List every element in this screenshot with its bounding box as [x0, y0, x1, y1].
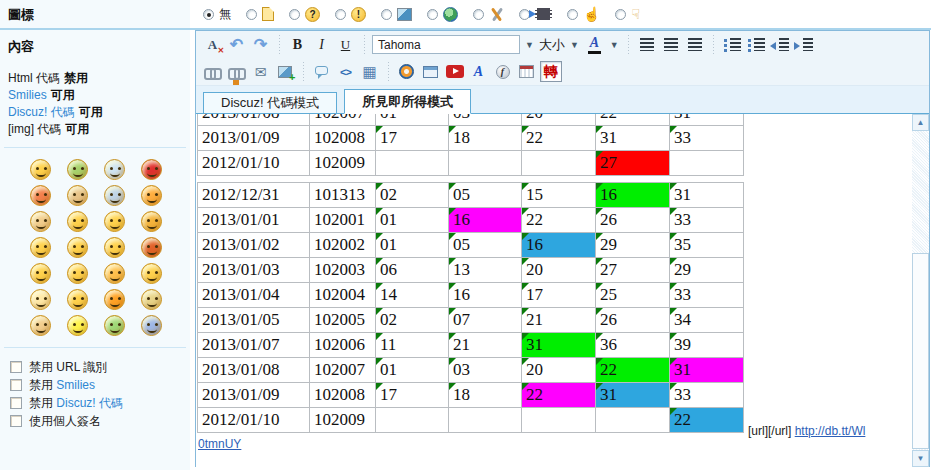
smiley-thumbup-hand[interactable]: [30, 315, 51, 336]
id-cell[interactable]: 102008: [310, 383, 376, 408]
date-cell[interactable]: 2013/01/09: [198, 383, 310, 408]
icon-option-question[interactable]: ?: [289, 7, 320, 22]
number-cell[interactable]: 16: [522, 233, 596, 258]
number-cell[interactable]: 16: [449, 208, 522, 233]
tab-wysiwyg-mode[interactable]: 所見即所得模式: [344, 89, 471, 114]
smiley-dizzy[interactable]: [141, 289, 162, 310]
wysiwyg-content-area[interactable]: 2013/01/08 102007 01 03 20 22: [196, 114, 929, 467]
italic-button[interactable]: I: [311, 34, 332, 55]
id-cell[interactable]: 102003: [310, 258, 376, 283]
number-cell[interactable]: 03: [449, 114, 522, 126]
smiley-blush[interactable]: [141, 185, 162, 206]
number-cell[interactable]: 31: [670, 358, 744, 383]
insert-image-button[interactable]: [274, 61, 295, 82]
date-cell[interactable]: 2013/01/08: [198, 358, 310, 383]
checkbox[interactable]: [10, 361, 22, 373]
date-cell[interactable]: 2012/01/10: [198, 408, 310, 433]
number-cell[interactable]: 17: [376, 126, 449, 151]
number-cell[interactable]: 21: [449, 333, 522, 358]
icon-option-none[interactable]: 無: [203, 6, 231, 23]
number-cell[interactable]: 26: [596, 308, 670, 333]
number-cell[interactable]: 22: [596, 114, 670, 126]
number-cell[interactable]: 22: [522, 126, 596, 151]
convert-button[interactable]: 轉: [540, 61, 562, 82]
id-cell[interactable]: 102008: [310, 126, 376, 151]
number-cell[interactable]: 05: [449, 233, 522, 258]
date-cell[interactable]: 2013/01/08: [198, 114, 310, 126]
id-cell[interactable]: 102009: [310, 151, 376, 176]
post-option-row[interactable]: 禁用 URL 識別: [10, 358, 190, 376]
vertical-scrollbar[interactable]: ▲ ▼: [912, 114, 929, 467]
number-cell[interactable]: 39: [670, 333, 744, 358]
scrollbar-thumb[interactable]: [912, 253, 929, 449]
insert-table-button[interactable]: ▦: [359, 61, 380, 82]
radio-button[interactable]: [567, 9, 578, 20]
radio-button[interactable]: [246, 9, 257, 20]
scroll-down-button[interactable]: ▼: [912, 450, 929, 467]
number-cell[interactable]: 18: [449, 126, 522, 151]
redo-button[interactable]: ↷: [250, 34, 271, 55]
radio-button[interactable]: [381, 9, 392, 20]
date-cell[interactable]: 2013/01/04: [198, 283, 310, 308]
number-cell[interactable]: 15: [522, 183, 596, 208]
outdent-button[interactable]: [770, 34, 791, 55]
icon-option-page[interactable]: [246, 7, 274, 21]
number-cell[interactable]: 25: [596, 283, 670, 308]
number-cell[interactable]: [596, 408, 670, 433]
insert-flash-button[interactable]: f: [492, 61, 513, 82]
radio-button[interactable]: [289, 9, 300, 20]
smiley-huh[interactable]: [30, 289, 51, 310]
date-cell[interactable]: 2013/01/02: [198, 233, 310, 258]
number-cell[interactable]: 36: [596, 333, 670, 358]
color-dropdown-arrow[interactable]: ▼: [610, 40, 619, 50]
id-cell[interactable]: 102004: [310, 283, 376, 308]
radio-button[interactable]: [335, 9, 346, 20]
date-cell[interactable]: 2013/01/05: [198, 308, 310, 333]
id-cell[interactable]: 102002: [310, 233, 376, 258]
number-cell[interactable]: 01: [376, 233, 449, 258]
smiley-call-person[interactable]: [67, 159, 88, 180]
number-cell[interactable]: 29: [596, 233, 670, 258]
insert-iframe-button[interactable]: [420, 61, 441, 82]
number-cell[interactable]: 22: [596, 358, 670, 383]
remove-link-button[interactable]: [226, 61, 247, 82]
radio-button[interactable]: [427, 9, 438, 20]
number-cell[interactable]: 16: [449, 283, 522, 308]
number-cell[interactable]: [670, 151, 744, 176]
number-cell[interactable]: 27: [596, 258, 670, 283]
bold-button[interactable]: B: [287, 34, 308, 55]
radio-button[interactable]: [615, 9, 626, 20]
number-cell[interactable]: 17: [376, 383, 449, 408]
number-cell[interactable]: 05: [449, 183, 522, 208]
smiley-handshake[interactable]: [67, 185, 88, 206]
number-cell[interactable]: 33: [670, 208, 744, 233]
icon-option-tools[interactable]: [473, 7, 504, 22]
number-cell[interactable]: 29: [670, 258, 744, 283]
insert-email-button[interactable]: ✉: [250, 61, 271, 82]
icon-option-globe[interactable]: [427, 7, 458, 22]
unordered-list-button[interactable]: [746, 34, 767, 55]
smiley-cry[interactable]: [104, 211, 125, 232]
number-cell[interactable]: 06: [376, 258, 449, 283]
number-cell[interactable]: 22: [670, 408, 744, 433]
date-cell[interactable]: 2012/12/31: [198, 183, 310, 208]
insert-link-button[interactable]: [202, 61, 223, 82]
align-right-button[interactable]: [685, 34, 706, 55]
number-cell[interactable]: 35: [670, 233, 744, 258]
number-cell[interactable]: 01: [376, 114, 449, 126]
id-cell[interactable]: 102005: [310, 308, 376, 333]
smiley-sad[interactable]: [30, 237, 51, 258]
number-cell[interactable]: 27: [596, 151, 670, 176]
icon-option-picture[interactable]: [381, 8, 412, 21]
number-cell[interactable]: 26: [596, 208, 670, 233]
post-option-row[interactable]: 禁用 Smilies: [10, 376, 190, 394]
number-cell[interactable]: 16: [596, 183, 670, 208]
font-dropdown-arrow[interactable]: ▼: [525, 40, 534, 50]
indent-button[interactable]: [794, 34, 815, 55]
id-cell[interactable]: 102006: [310, 333, 376, 358]
insert-media-button[interactable]: [396, 61, 417, 82]
date-cell[interactable]: 2013/01/09: [198, 126, 310, 151]
number-cell[interactable]: 31: [596, 126, 670, 151]
number-cell[interactable]: 02: [376, 183, 449, 208]
number-cell[interactable]: 31: [596, 383, 670, 408]
